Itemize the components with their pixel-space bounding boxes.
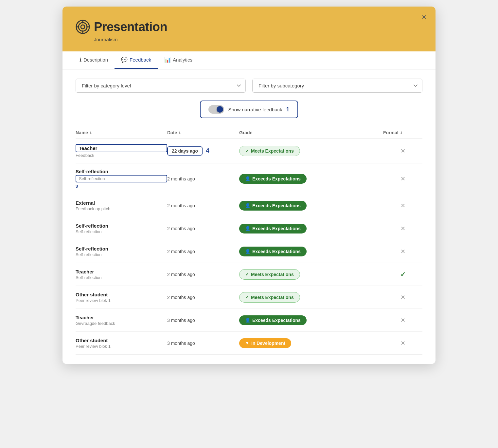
grade-badge: 👤 Exceeds Expectations — [239, 201, 307, 211]
close-button[interactable]: × — [422, 13, 426, 21]
row-formal-2: ✕ — [383, 202, 422, 209]
page-title: Presentation — [94, 20, 167, 34]
row-name-sub: Feedback — [76, 153, 167, 158]
badge-icon: ✓ — [245, 295, 249, 300]
table-row: External Feedback op pitch 2 months ago … — [76, 194, 422, 217]
grade-badge: 👤 Exceeds Expectations — [239, 315, 307, 325]
feedback-table: Name ⬍ Date ⬍ Grade Formal ⬍ Teacher — [76, 127, 422, 355]
row-date-0: 22 days ago 4 — [167, 146, 239, 156]
row-formal-8: ✕ — [383, 340, 422, 347]
chat-icon: 💬 — [121, 57, 128, 63]
table-row: Self-reflection Self-reflection 3 2 mont… — [76, 163, 422, 194]
row-date-8: 3 months ago — [167, 340, 239, 346]
modal: × Presentation Journalism ℹ Description … — [62, 7, 436, 364]
narrative-toggle-box: Show narrative feedback 1 — [200, 101, 298, 118]
row-formal-5: ✓ — [383, 271, 422, 278]
formal-x-icon: ✕ — [400, 317, 405, 324]
target-icon — [76, 20, 90, 34]
formal-x-icon: ✕ — [400, 294, 405, 301]
col-name: Name ⬍ — [76, 130, 167, 135]
row-name-0: Teacher Feedback — [76, 144, 167, 158]
grade-badge: 👤 Exceeds Expectations — [239, 247, 307, 256]
narrative-count: 1 — [286, 106, 290, 113]
row-name-main: Other student — [76, 292, 167, 297]
row-formal-6: ✕ — [383, 294, 422, 301]
grade-badge: 👤 Exceeds Expectations — [239, 174, 307, 184]
narrative-toggle[interactable] — [208, 105, 224, 114]
row-name-2: External Feedback op pitch — [76, 200, 167, 211]
row-name-4: Self-reflection Self-reflection — [76, 246, 167, 257]
grade-badge: ✓ Meets Expectations — [239, 146, 300, 156]
sort-formal-icon[interactable]: ⬍ — [400, 131, 402, 135]
badge-icon: 👤 — [245, 226, 250, 231]
row-grade-8: ▼ In Development — [239, 338, 383, 348]
col-date: Date ⬍ — [167, 130, 239, 135]
row-name-main: Self-reflection — [76, 169, 167, 174]
formal-check-icon: ✓ — [400, 271, 406, 278]
row-date-6: 2 months ago — [167, 294, 239, 300]
row-name-sub: Feedback op pitch — [76, 206, 167, 211]
row-date-value: 2 months ago — [167, 203, 195, 208]
row-name-main: Self-reflection — [76, 246, 167, 252]
table-row: Teacher Self-reflection 2 months ago ✓ M… — [76, 263, 422, 286]
table-row: Teacher Feedback 22 days ago 4 ✓ Meets E… — [76, 139, 422, 163]
formal-x-icon: ✕ — [400, 202, 405, 209]
row-date-1: 2 months ago — [167, 176, 239, 182]
row-date-num: 4 — [206, 147, 209, 154]
row-name-sub: Self-reflection — [76, 275, 167, 280]
filters-row: Filter by category level Filter by subca… — [76, 79, 422, 93]
badge-icon: 👤 — [245, 203, 250, 208]
col-grade: Grade — [239, 130, 383, 135]
category-filter[interactable]: Filter by category level — [76, 79, 246, 93]
row-name-5: Teacher Self-reflection — [76, 269, 167, 280]
row-formal-3: ✕ — [383, 225, 422, 232]
row-date-3: 2 months ago — [167, 226, 239, 232]
row-date-value: 2 months ago — [167, 176, 195, 181]
table-row: Self-reflection Self-reflection 2 months… — [76, 217, 422, 240]
row-date-value: 2 months ago — [167, 226, 195, 231]
row-grade-0: ✓ Meets Expectations — [239, 146, 383, 156]
table-row: Teacher Gevraagde feedback 3 months ago … — [76, 309, 422, 332]
row-grade-6: ✓ Meets Expectations — [239, 292, 383, 303]
row-formal-1: ✕ — [383, 175, 422, 182]
row-name-7: Teacher Gevraagde feedback — [76, 315, 167, 326]
table-row: Other student Peer review blok 1 2 month… — [76, 286, 422, 309]
tabs-bar: ℹ Description 💬 Feedback 📊 Analytics — [62, 51, 436, 69]
row-grade-3: 👤 Exceeds Expectations — [239, 224, 383, 233]
content-area: Filter by category level Filter by subca… — [62, 69, 436, 364]
row-grade-4: 👤 Exceeds Expectations — [239, 247, 383, 256]
badge-icon: ✓ — [245, 272, 249, 277]
subcategory-filter[interactable]: Filter by subcategory — [252, 79, 422, 93]
formal-x-icon: ✕ — [400, 340, 405, 347]
toggle-track — [208, 105, 224, 114]
row-date-value: 2 months ago — [167, 249, 195, 254]
row-name-6: Other student Peer review blok 1 — [76, 292, 167, 303]
modal-header: × Presentation Journalism — [62, 7, 436, 51]
row-date-4: 2 months ago — [167, 249, 239, 254]
row-name-sub: Peer review blok 1 — [76, 298, 167, 303]
row-name-sub: Peer review blok 1 — [76, 344, 167, 349]
badge-icon: ▼ — [245, 341, 249, 345]
narrative-toggle-row: Show narrative feedback 1 — [76, 101, 422, 118]
sort-name-icon[interactable]: ⬍ — [89, 131, 92, 135]
row-date-value: 2 months ago — [167, 272, 195, 277]
row-date-value: 2 months ago — [167, 295, 195, 300]
tab-analytics[interactable]: 📊 Analytics — [158, 51, 199, 69]
svg-point-2 — [81, 25, 85, 29]
toggle-thumb — [217, 106, 223, 113]
grade-badge: 👤 Exceeds Expectations — [239, 224, 307, 233]
row-grade-2: 👤 Exceeds Expectations — [239, 201, 383, 211]
formal-x-icon: ✕ — [400, 147, 405, 155]
tab-feedback[interactable]: 💬 Feedback — [115, 51, 158, 69]
row-name-sub: Self-reflection — [76, 252, 167, 257]
tab-description[interactable]: ℹ Description — [73, 51, 115, 69]
row-name-8: Other student Peer review blok 1 — [76, 338, 167, 349]
row-name-3: Self-reflection Self-reflection — [76, 223, 167, 234]
badge-icon: 👤 — [245, 249, 250, 254]
row-name-main: External — [76, 200, 167, 206]
formal-x-icon: ✕ — [400, 175, 405, 182]
table-row: Self-reflection Self-reflection 2 months… — [76, 240, 422, 263]
table-row: Other student Peer review blok 1 3 month… — [76, 332, 422, 355]
sort-date-icon[interactable]: ⬍ — [178, 131, 181, 135]
row-grade-7: 👤 Exceeds Expectations — [239, 315, 383, 325]
